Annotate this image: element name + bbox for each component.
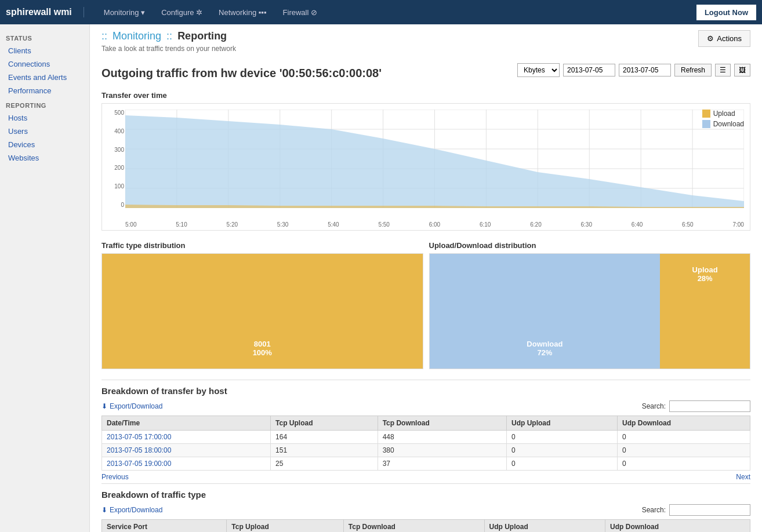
search-label-traffic: Search:	[642, 506, 666, 514]
sidebar-item-events[interactable]: Events and Alerts	[0, 71, 89, 84]
image-view-button[interactable]: 🖼	[734, 64, 750, 76]
search-input-host[interactable]	[669, 400, 750, 412]
date-to-input[interactable]	[619, 64, 671, 76]
sidebar-item-performance[interactable]: Performance	[0, 84, 89, 97]
col-tcp-upload: Tcp Upload	[271, 416, 378, 431]
logout-button[interactable]: Logout Now	[696, 5, 756, 20]
table-view-button[interactable]: ☰	[715, 64, 731, 76]
time-chart-svg	[125, 110, 744, 208]
col-datetime: Date/Time	[102, 416, 271, 431]
controls-row: Kbytes Mbytes Bytes Refresh ☰ 🖼	[517, 63, 750, 77]
legend-download-label: Download	[713, 120, 744, 128]
tcp-download-cell: 448	[378, 431, 506, 444]
sidebar: STATUS Clients Connections Events and Al…	[0, 24, 90, 532]
breakdown-host-table: Date/Time Tcp Upload Tcp Download Udp Up…	[101, 416, 750, 471]
actions-button[interactable]: ⚙ Actions	[698, 30, 750, 47]
col-service-port: Service Port	[102, 520, 227, 533]
col-udp-upload: Udp Upload	[506, 416, 617, 431]
tcp-upload-cell: 25	[271, 457, 378, 471]
col-tcp-download: Tcp Download	[378, 416, 506, 431]
layout: STATUS Clients Connections Events and Al…	[0, 24, 762, 532]
upload-color-swatch	[702, 110, 710, 118]
breakdown-traffic-section: Breakdown of traffic type ⬇ Export/Downl…	[101, 483, 750, 532]
udp-download-cell: 0	[618, 431, 750, 444]
x-axis-labels: 5:00 5:10 5:20 5:30 5:40 5:50 6:00 6:10 …	[125, 221, 744, 228]
breadcrumb-monitoring: Monitoring	[113, 30, 161, 42]
udp-upload-cell: 0	[506, 431, 617, 444]
sidebar-item-websites[interactable]: Websites	[0, 151, 89, 165]
tcp-download-cell: 380	[378, 444, 506, 457]
legend-download: Download	[702, 120, 744, 128]
download-icon: ⬇	[101, 402, 107, 410]
export-download-link[interactable]: ⬇ Export/Download	[101, 402, 162, 410]
legend-upload-label: Upload	[713, 110, 735, 118]
tcp-upload-cell: 151	[271, 444, 378, 457]
table-row: 2013-07-05 18:00:00 151 380 0 0	[102, 444, 750, 457]
upload-label: Upload 28%	[692, 265, 718, 283]
sidebar-item-connections[interactable]: Connections	[0, 57, 89, 71]
date-from-input[interactable]	[563, 64, 615, 76]
nav-networking[interactable]: Networking ▪▪▪	[211, 0, 274, 24]
datetime-cell[interactable]: 2013-07-05 19:00:00	[102, 457, 271, 471]
sidebar-item-clients[interactable]: Clients	[0, 44, 89, 57]
legend-upload: Upload	[702, 110, 744, 118]
sidebar-item-devices[interactable]: Devices	[0, 138, 89, 151]
col-tcp-upload2: Tcp Upload	[227, 520, 343, 533]
time-chart-container: 500 400 300 200 100 0	[101, 103, 750, 231]
udp-download-cell: 0	[618, 444, 750, 457]
traffic-single-block: 8001 100%	[102, 254, 423, 369]
download-block: Download 72%	[430, 254, 661, 369]
brand: sphirewall wmi	[6, 7, 84, 17]
search-area-traffic: Search:	[642, 504, 750, 516]
nav-monitoring[interactable]: Monitoring ▾	[96, 0, 153, 24]
distribution-row: Traffic type distribution 8001 100% Uplo…	[101, 241, 750, 369]
time-chart-title: Transfer over time	[101, 91, 750, 100]
col-udp-download2: Udp Download	[605, 520, 750, 533]
page-title: Outgoing traffic from hw device '00:50:5…	[101, 67, 382, 80]
col-udp-upload2: Udp Upload	[484, 520, 605, 533]
datetime-cell[interactable]: 2013-07-05 17:00:00	[102, 431, 271, 444]
datetime-cell[interactable]: 2013-07-05 18:00:00	[102, 444, 271, 457]
breakdown-host-section: Breakdown of transfer by host ⬇ Export/D…	[101, 380, 750, 483]
sidebar-item-hosts[interactable]: Hosts	[0, 111, 89, 125]
nav-configure[interactable]: Configure ✲	[153, 0, 211, 24]
udp-upload-cell: 0	[506, 444, 617, 457]
download-color-swatch	[702, 120, 710, 128]
time-chart-section: Transfer over time 500 400 300 200 100 0	[101, 91, 750, 231]
breadcrumb: :: Monitoring :: Reporting	[101, 30, 236, 42]
pagination-host: Previous Next	[101, 471, 750, 483]
refresh-button[interactable]: Refresh	[674, 64, 712, 76]
export-download-link2[interactable]: ⬇ Export/Download	[101, 506, 162, 514]
upload-download-chart: Download 72% Upload 28%	[429, 253, 751, 369]
next-button[interactable]: Next	[736, 473, 750, 481]
upload-block: Upload 28%	[660, 254, 750, 369]
search-input-traffic[interactable]	[669, 504, 750, 516]
unit-select[interactable]: Kbytes Mbytes Bytes	[517, 63, 560, 77]
table-row: 2013-07-05 17:00:00 164 448 0 0	[102, 431, 750, 444]
main-content: :: Monitoring :: Reporting Take a look a…	[90, 24, 762, 532]
breadcrumb-sep2: ::	[166, 30, 172, 42]
upload-download-split: Download 72% Upload 28%	[430, 254, 750, 369]
traffic-table-header: Service Port Tcp Upload Tcp Download Udp…	[102, 520, 750, 533]
nav-firewall[interactable]: Firewall ⊘	[275, 0, 325, 24]
status-section-label: STATUS	[0, 30, 89, 44]
table-controls-traffic: ⬇ Export/Download Search:	[101, 504, 750, 516]
upload-download-title: Upload/Download distribution	[429, 241, 751, 250]
actions-label: Actions	[717, 34, 742, 43]
table-header-row: Date/Time Tcp Upload Tcp Download Udp Up…	[102, 416, 750, 431]
search-area-host: Search:	[642, 400, 750, 412]
chart-legend: Upload Download	[702, 110, 744, 128]
prev-button[interactable]: Previous	[101, 473, 129, 481]
page-subtitle: Take a look at traffic trends on your ne…	[101, 45, 236, 53]
traffic-type-box: Traffic type distribution 8001 100%	[101, 241, 423, 369]
col-udp-download: Udp Download	[618, 416, 750, 431]
gear-icon: ⚙	[707, 34, 714, 43]
search-label-host: Search:	[642, 402, 666, 410]
tcp-upload-cell: 164	[271, 431, 378, 444]
udp-download-cell: 0	[618, 457, 750, 471]
breakdown-host-title: Breakdown of transfer by host	[101, 380, 750, 396]
breadcrumb-sep1: ::	[101, 30, 107, 42]
traffic-type-chart: 8001 100%	[101, 253, 423, 369]
sidebar-item-users[interactable]: Users	[0, 125, 89, 138]
y-axis-labels: 500 400 300 200 100 0	[102, 110, 124, 208]
